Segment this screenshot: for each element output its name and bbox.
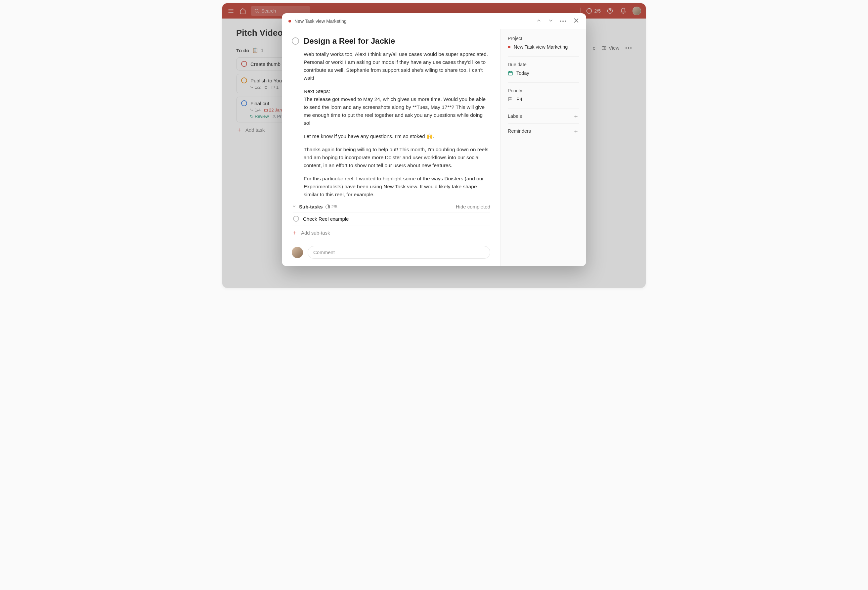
hide-completed-button[interactable]: Hide completed — [456, 204, 490, 210]
project-color-dot — [508, 46, 511, 48]
chevron-down-icon[interactable] — [292, 204, 297, 210]
subtask-item[interactable]: Check Reel example — [293, 212, 490, 225]
flag-icon — [508, 97, 513, 102]
comment-input[interactable]: Comment — [308, 246, 490, 259]
subtasks-header: Sub-tasks 2/5 Hide completed — [292, 204, 490, 210]
comment-placeholder: Comment — [313, 250, 335, 255]
prev-task-icon[interactable] — [536, 18, 542, 25]
next-task-icon[interactable] — [548, 18, 554, 25]
calendar-icon — [508, 71, 513, 76]
task-description[interactable]: Web totally works too, Alex! I think any… — [304, 50, 490, 198]
subtasks-count: 2/5 — [326, 204, 337, 209]
subtasks-label: Sub-tasks — [299, 204, 323, 210]
sidebar-project-value[interactable]: New Task view Marketing — [508, 44, 579, 50]
progress-pie-icon — [326, 204, 330, 209]
plus-icon: ＋ — [573, 127, 579, 135]
modal-overlay[interactable]: New Task view Marketing ••• — [222, 3, 646, 288]
sidebar-reminders-button[interactable]: Reminders ＋ — [508, 123, 579, 138]
more-actions-icon[interactable]: ••• — [560, 18, 567, 24]
plus-icon: ＋ — [573, 112, 579, 120]
subtask-checkbox[interactable] — [293, 216, 299, 222]
sidebar-duedate-label: Due date — [508, 62, 579, 67]
complete-checkbox[interactable] — [292, 37, 299, 45]
breadcrumb-project[interactable]: New Task view Marketing — [294, 19, 347, 24]
modal-main: Design a Reel for Jackie Web totally wor… — [282, 29, 500, 266]
modal-actions: ••• — [536, 17, 580, 25]
add-subtask-label: Add sub-task — [301, 230, 330, 236]
sidebar-labels-button[interactable]: Labels ＋ — [508, 108, 579, 123]
subtask-title: Check Reel example — [303, 216, 348, 222]
plus-icon: ＋ — [292, 229, 298, 237]
sidebar-priority-value[interactable]: P4 — [508, 97, 579, 102]
comment-row: Comment — [292, 246, 490, 259]
task-title[interactable]: Design a Reel for Jackie — [304, 36, 395, 46]
app-window: Search 2/5 Pitch Video e View • — [222, 3, 646, 288]
modal-header: New Task view Marketing ••• — [282, 13, 586, 29]
sidebar-project-label: Project — [508, 36, 579, 41]
modal-sidebar: Project New Task view Marketing Due date… — [500, 29, 586, 266]
task-modal: New Task view Marketing ••• — [282, 13, 586, 266]
project-color-dot — [288, 20, 291, 22]
svg-rect-21 — [508, 71, 512, 75]
add-subtask-button[interactable]: ＋ Add sub-task — [292, 225, 490, 240]
close-icon[interactable] — [573, 17, 580, 25]
modal-body: Design a Reel for Jackie Web totally wor… — [282, 29, 586, 266]
sidebar-priority-label: Priority — [508, 88, 579, 93]
sidebar-duedate-value[interactable]: Today — [508, 71, 579, 76]
user-avatar — [292, 247, 303, 258]
